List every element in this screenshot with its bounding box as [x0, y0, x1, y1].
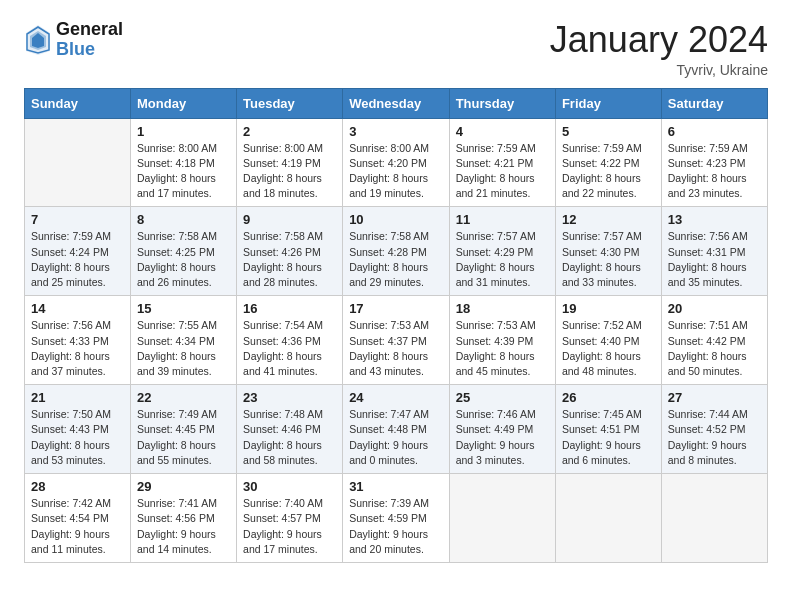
day-cell: 7Sunrise: 7:59 AMSunset: 4:24 PMDaylight… — [25, 207, 131, 296]
day-cell: 25Sunrise: 7:46 AMSunset: 4:49 PMDayligh… — [449, 385, 555, 474]
day-cell: 17Sunrise: 7:53 AMSunset: 4:37 PMDayligh… — [343, 296, 450, 385]
day-info: Sunrise: 7:39 AMSunset: 4:59 PMDaylight:… — [349, 496, 443, 557]
week-row-2: 7Sunrise: 7:59 AMSunset: 4:24 PMDaylight… — [25, 207, 768, 296]
header-sunday: Sunday — [25, 88, 131, 118]
header-monday: Monday — [131, 88, 237, 118]
day-info: Sunrise: 7:51 AMSunset: 4:42 PMDaylight:… — [668, 318, 761, 379]
day-cell: 3Sunrise: 8:00 AMSunset: 4:20 PMDaylight… — [343, 118, 450, 207]
day-cell: 27Sunrise: 7:44 AMSunset: 4:52 PMDayligh… — [661, 385, 767, 474]
day-number: 3 — [349, 124, 443, 139]
day-cell: 4Sunrise: 7:59 AMSunset: 4:21 PMDaylight… — [449, 118, 555, 207]
day-cell: 2Sunrise: 8:00 AMSunset: 4:19 PMDaylight… — [237, 118, 343, 207]
day-info: Sunrise: 7:48 AMSunset: 4:46 PMDaylight:… — [243, 407, 336, 468]
day-number: 30 — [243, 479, 336, 494]
day-cell: 22Sunrise: 7:49 AMSunset: 4:45 PMDayligh… — [131, 385, 237, 474]
day-cell: 12Sunrise: 7:57 AMSunset: 4:30 PMDayligh… — [555, 207, 661, 296]
day-cell: 8Sunrise: 7:58 AMSunset: 4:25 PMDaylight… — [131, 207, 237, 296]
day-number: 14 — [31, 301, 124, 316]
day-info: Sunrise: 7:52 AMSunset: 4:40 PMDaylight:… — [562, 318, 655, 379]
day-cell: 13Sunrise: 7:56 AMSunset: 4:31 PMDayligh… — [661, 207, 767, 296]
day-cell: 24Sunrise: 7:47 AMSunset: 4:48 PMDayligh… — [343, 385, 450, 474]
header-tuesday: Tuesday — [237, 88, 343, 118]
day-number: 5 — [562, 124, 655, 139]
day-info: Sunrise: 7:53 AMSunset: 4:37 PMDaylight:… — [349, 318, 443, 379]
day-number: 11 — [456, 212, 549, 227]
day-info: Sunrise: 7:53 AMSunset: 4:39 PMDaylight:… — [456, 318, 549, 379]
month-title: January 2024 — [550, 20, 768, 60]
day-cell: 10Sunrise: 7:58 AMSunset: 4:28 PMDayligh… — [343, 207, 450, 296]
day-info: Sunrise: 7:45 AMSunset: 4:51 PMDaylight:… — [562, 407, 655, 468]
day-number: 29 — [137, 479, 230, 494]
day-number: 4 — [456, 124, 549, 139]
day-number: 26 — [562, 390, 655, 405]
day-info: Sunrise: 7:59 AMSunset: 4:22 PMDaylight:… — [562, 141, 655, 202]
day-cell: 9Sunrise: 7:58 AMSunset: 4:26 PMDaylight… — [237, 207, 343, 296]
header-saturday: Saturday — [661, 88, 767, 118]
day-cell — [25, 118, 131, 207]
day-number: 18 — [456, 301, 549, 316]
day-number: 24 — [349, 390, 443, 405]
day-number: 19 — [562, 301, 655, 316]
day-info: Sunrise: 7:57 AMSunset: 4:29 PMDaylight:… — [456, 229, 549, 290]
day-number: 21 — [31, 390, 124, 405]
header-friday: Friday — [555, 88, 661, 118]
day-info: Sunrise: 7:59 AMSunset: 4:21 PMDaylight:… — [456, 141, 549, 202]
day-info: Sunrise: 7:54 AMSunset: 4:36 PMDaylight:… — [243, 318, 336, 379]
day-cell: 21Sunrise: 7:50 AMSunset: 4:43 PMDayligh… — [25, 385, 131, 474]
day-cell: 1Sunrise: 8:00 AMSunset: 4:18 PMDaylight… — [131, 118, 237, 207]
day-number: 28 — [31, 479, 124, 494]
day-number: 7 — [31, 212, 124, 227]
day-cell: 5Sunrise: 7:59 AMSunset: 4:22 PMDaylight… — [555, 118, 661, 207]
day-number: 22 — [137, 390, 230, 405]
title-block: January 2024 Tyvriv, Ukraine — [550, 20, 768, 78]
header-wednesday: Wednesday — [343, 88, 450, 118]
day-info: Sunrise: 7:49 AMSunset: 4:45 PMDaylight:… — [137, 407, 230, 468]
day-cell: 29Sunrise: 7:41 AMSunset: 4:56 PMDayligh… — [131, 474, 237, 563]
day-number: 20 — [668, 301, 761, 316]
calendar-table: SundayMondayTuesdayWednesdayThursdayFrid… — [24, 88, 768, 563]
day-number: 13 — [668, 212, 761, 227]
day-info: Sunrise: 7:42 AMSunset: 4:54 PMDaylight:… — [31, 496, 124, 557]
day-number: 25 — [456, 390, 549, 405]
day-info: Sunrise: 7:56 AMSunset: 4:31 PMDaylight:… — [668, 229, 761, 290]
day-number: 15 — [137, 301, 230, 316]
day-info: Sunrise: 7:58 AMSunset: 4:28 PMDaylight:… — [349, 229, 443, 290]
week-row-5: 28Sunrise: 7:42 AMSunset: 4:54 PMDayligh… — [25, 474, 768, 563]
day-cell: 23Sunrise: 7:48 AMSunset: 4:46 PMDayligh… — [237, 385, 343, 474]
day-info: Sunrise: 7:59 AMSunset: 4:24 PMDaylight:… — [31, 229, 124, 290]
day-cell: 20Sunrise: 7:51 AMSunset: 4:42 PMDayligh… — [661, 296, 767, 385]
day-info: Sunrise: 7:47 AMSunset: 4:48 PMDaylight:… — [349, 407, 443, 468]
day-info: Sunrise: 7:44 AMSunset: 4:52 PMDaylight:… — [668, 407, 761, 468]
day-info: Sunrise: 8:00 AMSunset: 4:20 PMDaylight:… — [349, 141, 443, 202]
day-cell: 15Sunrise: 7:55 AMSunset: 4:34 PMDayligh… — [131, 296, 237, 385]
day-cell: 6Sunrise: 7:59 AMSunset: 4:23 PMDaylight… — [661, 118, 767, 207]
day-number: 10 — [349, 212, 443, 227]
week-row-1: 1Sunrise: 8:00 AMSunset: 4:18 PMDaylight… — [25, 118, 768, 207]
day-cell: 30Sunrise: 7:40 AMSunset: 4:57 PMDayligh… — [237, 474, 343, 563]
day-cell: 16Sunrise: 7:54 AMSunset: 4:36 PMDayligh… — [237, 296, 343, 385]
day-cell — [555, 474, 661, 563]
day-cell: 26Sunrise: 7:45 AMSunset: 4:51 PMDayligh… — [555, 385, 661, 474]
day-cell: 28Sunrise: 7:42 AMSunset: 4:54 PMDayligh… — [25, 474, 131, 563]
day-cell — [661, 474, 767, 563]
day-info: Sunrise: 7:58 AMSunset: 4:26 PMDaylight:… — [243, 229, 336, 290]
day-number: 9 — [243, 212, 336, 227]
day-info: Sunrise: 7:55 AMSunset: 4:34 PMDaylight:… — [137, 318, 230, 379]
header-thursday: Thursday — [449, 88, 555, 118]
day-number: 23 — [243, 390, 336, 405]
day-info: Sunrise: 7:40 AMSunset: 4:57 PMDaylight:… — [243, 496, 336, 557]
logo-text: General Blue — [56, 20, 123, 60]
day-info: Sunrise: 7:50 AMSunset: 4:43 PMDaylight:… — [31, 407, 124, 468]
day-cell: 19Sunrise: 7:52 AMSunset: 4:40 PMDayligh… — [555, 296, 661, 385]
page-header: General Blue January 2024 Tyvriv, Ukrain… — [24, 20, 768, 78]
day-number: 17 — [349, 301, 443, 316]
day-number: 8 — [137, 212, 230, 227]
day-cell: 11Sunrise: 7:57 AMSunset: 4:29 PMDayligh… — [449, 207, 555, 296]
day-number: 6 — [668, 124, 761, 139]
day-cell: 14Sunrise: 7:56 AMSunset: 4:33 PMDayligh… — [25, 296, 131, 385]
logo: General Blue — [24, 20, 123, 60]
day-cell — [449, 474, 555, 563]
day-cell: 18Sunrise: 7:53 AMSunset: 4:39 PMDayligh… — [449, 296, 555, 385]
day-number: 2 — [243, 124, 336, 139]
week-row-3: 14Sunrise: 7:56 AMSunset: 4:33 PMDayligh… — [25, 296, 768, 385]
